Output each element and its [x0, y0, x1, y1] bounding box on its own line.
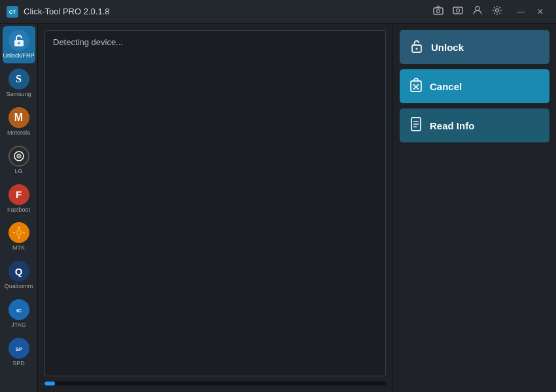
close-button[interactable]: ✕	[531, 3, 549, 20]
qualcomm-icon: Q	[9, 261, 29, 282]
app-icon: CT	[7, 6, 18, 18]
sidebar: Unlock/FRPSSamsungMMotorola LGFFastboot …	[0, 24, 38, 392]
unlock-button[interactable]: Unlock	[400, 30, 549, 64]
read-info-icon	[410, 117, 422, 135]
titlebar: CT Click-Tool PRO 2.0.1.8	[0, 0, 556, 24]
motorola-icon: M	[9, 107, 29, 128]
progress-bar-container	[44, 382, 386, 385]
svg-marker-3	[436, 6, 440, 8]
mtk-label: MTK	[12, 245, 25, 252]
frp-icon	[9, 30, 29, 51]
sidebar-item-jtag[interactable]: IC JTAG	[3, 295, 35, 333]
unlock-label: Unlock	[431, 42, 464, 53]
fastboot-icon: F	[9, 184, 29, 205]
settings-icon[interactable]	[492, 5, 502, 18]
jtag-icon: IC	[9, 299, 29, 320]
sidebar-item-frp[interactable]: Unlock/FRP	[3, 26, 35, 63]
jtag-label: JTAG	[11, 322, 26, 329]
content-area: Detecting device...	[38, 24, 392, 392]
minimize-button[interactable]: —	[512, 3, 530, 20]
svg-rect-5	[453, 7, 462, 14]
spd-icon: SP	[9, 338, 29, 359]
progress-bar-fill	[44, 382, 55, 385]
samsung-label: Samsung	[6, 91, 31, 98]
svg-point-10	[18, 42, 20, 44]
sidebar-item-mtk[interactable]: MTK	[3, 218, 35, 255]
main-layout: Unlock/FRPSSamsungMMotorola LGFFastboot …	[0, 24, 556, 392]
toolbar-icons	[433, 5, 502, 18]
qualcomm-label: Qualcomm	[5, 284, 33, 290]
svg-point-6	[457, 9, 460, 12]
samsung-icon: S	[9, 69, 29, 90]
log-message: Detecting device...	[53, 37, 123, 47]
camera-icon[interactable]	[433, 5, 443, 18]
user-icon[interactable]	[472, 5, 483, 18]
svg-point-13	[18, 155, 20, 157]
sidebar-item-spd[interactable]: SP SPD	[3, 334, 35, 371]
sidebar-item-fastboot[interactable]: FFastboot	[3, 180, 35, 218]
svg-point-7	[476, 7, 479, 10]
log-area: Detecting device...	[44, 30, 386, 376]
mtk-icon	[9, 222, 29, 243]
svg-text:CT: CT	[9, 9, 16, 15]
svg-point-22	[416, 48, 418, 50]
svg-point-8	[496, 9, 499, 12]
unlock-icon	[410, 39, 423, 56]
cancel-button[interactable]: Cancel	[400, 69, 549, 103]
read-info-label: Read Info	[430, 120, 474, 131]
svg-point-16	[18, 231, 20, 234]
sidebar-item-samsung[interactable]: SSamsung	[3, 65, 35, 102]
right-panel: Unlock Cancel	[392, 24, 556, 392]
svg-rect-2	[434, 8, 443, 14]
camera2-icon[interactable]	[453, 5, 463, 18]
motorola-label: Motorola	[7, 130, 30, 137]
lg-label: LG	[14, 169, 22, 175]
frp-label: Unlock/FRP	[3, 53, 35, 59]
sidebar-item-motorola[interactable]: MMotorola	[3, 103, 35, 140]
app-title: Click-Tool PRO 2.0.1.8	[24, 7, 428, 16]
sidebar-item-lg[interactable]: LG	[3, 142, 35, 179]
fastboot-label: Fastboot	[7, 207, 30, 214]
window-controls: — ✕	[512, 3, 549, 20]
cancel-icon	[410, 78, 422, 95]
read-info-button[interactable]: Read Info	[400, 108, 549, 142]
sidebar-item-qualcomm[interactable]: QQualcomm	[3, 257, 35, 294]
cancel-label: Cancel	[430, 81, 462, 92]
panel-spacer	[400, 148, 549, 385]
spd-label: SPD	[12, 361, 25, 367]
lg-icon	[9, 146, 29, 167]
svg-point-4	[437, 10, 440, 13]
svg-text:IC: IC	[16, 308, 22, 314]
svg-text:SP: SP	[15, 346, 22, 352]
